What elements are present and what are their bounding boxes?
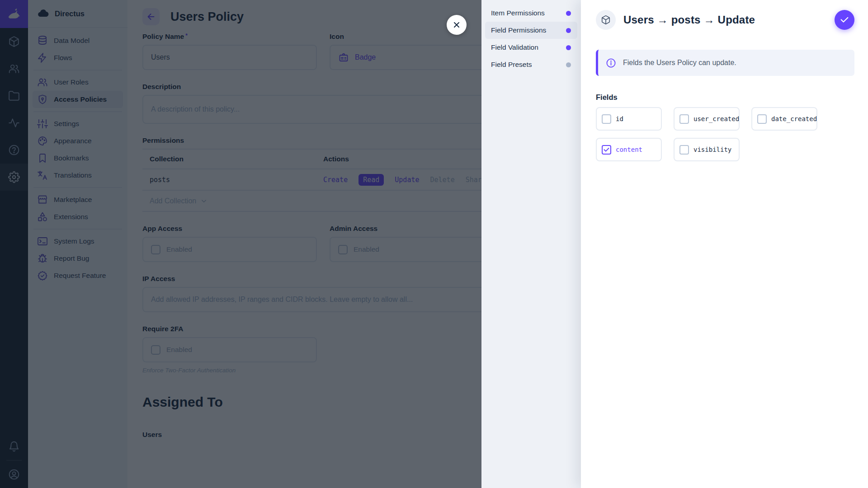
- field-name: content: [616, 146, 642, 153]
- status-dot: [566, 11, 571, 16]
- drawer-nav-field-permissions[interactable]: Field Permissions: [485, 22, 577, 39]
- field-checkbox-date-created[interactable]: date_created: [751, 107, 817, 131]
- field-name: visibility: [693, 146, 731, 153]
- checkbox-unchecked-icon: [602, 114, 611, 124]
- field-checkbox-id[interactable]: id: [596, 107, 662, 131]
- drawer-title: Users → posts → Update: [623, 14, 755, 26]
- cube-icon: [601, 15, 611, 25]
- field-checkbox-content[interactable]: content: [596, 138, 662, 161]
- drawer-nav-label: Item Permissions: [491, 9, 545, 17]
- drawer-nav-label: Field Presets: [491, 61, 532, 69]
- status-dot: [566, 45, 571, 50]
- field-name: user_created: [693, 115, 739, 122]
- field-name: date_created: [771, 115, 817, 122]
- drawer-nav-field-presets[interactable]: Field Presets: [485, 56, 577, 73]
- field-checkbox-user-created[interactable]: user_created: [674, 107, 740, 131]
- drawer-nav-label: Field Validation: [491, 43, 538, 52]
- status-dot: [566, 62, 571, 67]
- drawer-nav: Item Permissions Field Permissions Field…: [481, 0, 581, 488]
- field-checkbox-visibility[interactable]: visibility: [674, 138, 740, 161]
- drawer-header: Users → posts → Update: [596, 10, 854, 30]
- status-dot: [566, 28, 571, 33]
- checkbox-unchecked-icon: [679, 145, 689, 155]
- drawer-close-button[interactable]: [447, 15, 467, 35]
- checkbox-unchecked-icon: [679, 114, 689, 124]
- fields-grid: id user_created date_created content vis…: [596, 107, 854, 161]
- info-icon: [606, 58, 616, 68]
- check-icon: [840, 15, 849, 25]
- close-icon: [452, 20, 462, 30]
- info-banner-text: Fields the Users Policy can update.: [623, 59, 736, 67]
- drawer-header-chip: [596, 10, 616, 30]
- checkbox-checked-icon: [602, 145, 611, 155]
- field-name: id: [616, 115, 623, 122]
- drawer-nav-item-permissions[interactable]: Item Permissions: [485, 5, 577, 22]
- fields-section-label: Fields: [596, 93, 854, 102]
- info-banner: Fields the Users Policy can update.: [596, 50, 854, 76]
- field-permissions-drawer: Users → posts → Update Fields the Users …: [581, 0, 868, 488]
- checkbox-unchecked-icon: [757, 114, 767, 124]
- drawer-nav-field-validation[interactable]: Field Validation: [485, 39, 577, 56]
- drawer-nav-label: Field Permissions: [491, 26, 546, 34]
- drawer-save-button[interactable]: [835, 10, 854, 30]
